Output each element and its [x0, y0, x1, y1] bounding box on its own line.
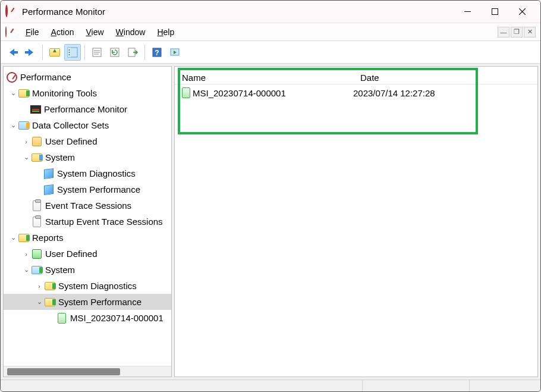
folder-icon	[18, 87, 30, 99]
mdi-minimize-button[interactable]: —	[498, 27, 509, 37]
collapse-icon[interactable]: ⌄	[21, 153, 31, 161]
svg-point-10	[69, 54, 70, 55]
collapse-icon[interactable]: ⌄	[34, 298, 44, 306]
row-date: 2023/07/14 12:27:28	[353, 88, 435, 98]
tree-label: Startup Event Trace Sessions	[45, 217, 163, 227]
mdi-close-button[interactable]: ✕	[524, 27, 536, 37]
tree-label: Performance Monitor	[44, 104, 127, 114]
menu-action[interactable]: Action	[45, 26, 80, 39]
col-date-header[interactable]: Date	[353, 73, 537, 83]
maximize-button[interactable]	[481, 1, 508, 23]
status-bar	[1, 380, 540, 392]
folder-icon	[31, 152, 43, 164]
collapse-icon[interactable]: ⌄	[8, 234, 18, 242]
content-panel: Name Date MSI_20230714-000001 2023/07/14…	[174, 66, 538, 377]
report-icon	[56, 312, 68, 324]
svg-text:?: ?	[155, 49, 159, 57]
status-segment	[1, 380, 362, 392]
forward-button[interactable]	[22, 44, 39, 61]
tree-label: System	[45, 265, 75, 275]
collapse-icon[interactable]: ⌄	[8, 89, 18, 97]
tree-dcs-sys-diagnostics[interactable]: System Diagnostics	[4, 165, 171, 181]
tree-label: Reports	[32, 233, 64, 243]
list-header: Name Date	[175, 67, 537, 84]
folder-icon	[31, 264, 43, 276]
tree-label: Event Trace Sessions	[45, 200, 131, 211]
list-row[interactable]: MSI_20230714-000001 2023/07/14 12:27:28	[175, 84, 537, 101]
svg-rect-4	[13, 51, 18, 54]
folder-icon	[44, 296, 56, 308]
col-name-header[interactable]: Name	[175, 73, 353, 83]
tree-reports-system[interactable]: ⌄ System	[4, 262, 171, 278]
tree-reports[interactable]: ⌄ Reports	[4, 230, 171, 246]
menu-window[interactable]: Window	[110, 26, 152, 39]
title-bar: Performance Monitor	[1, 1, 540, 23]
tree-label: Performance	[20, 72, 71, 82]
clipboard-icon	[31, 200, 43, 212]
navigation-tree[interactable]: Performance ⌄ Monitoring Tools Performan…	[4, 67, 171, 366]
toolbar-separator	[84, 45, 85, 60]
mdi-controls: — ❐ ✕	[498, 27, 536, 37]
tree-label: System Diagnostics	[58, 281, 137, 291]
refresh-button[interactable]	[106, 44, 123, 61]
user-icon	[31, 248, 43, 260]
svg-rect-5	[25, 51, 30, 54]
expand-icon[interactable]: ›	[21, 250, 31, 258]
help-button[interactable]: ?	[149, 44, 165, 61]
menu-bar: File Action View Window Help — ❐ ✕	[1, 23, 540, 41]
main-area: Performance ⌄ Monitoring Tools Performan…	[1, 64, 540, 380]
menu-help[interactable]: Help	[151, 26, 180, 39]
show-hide-tree-button[interactable]	[64, 44, 81, 61]
menu-file[interactable]: File	[20, 26, 45, 39]
export-button[interactable]	[124, 44, 141, 61]
tree-startup-event-trace[interactable]: Startup Event Trace Sessions	[4, 214, 171, 230]
window-title: Performance Monitor	[22, 7, 454, 17]
tree-dcs-system[interactable]: ⌄ System	[4, 149, 171, 165]
horizontal-scrollbar[interactable]	[4, 366, 171, 377]
tree-label: MSI_20230714-000001	[70, 313, 163, 323]
tree-dcs-user-defined[interactable]: › User Defined	[4, 133, 171, 149]
user-icon	[31, 136, 43, 148]
scrollbar-thumb[interactable]	[7, 368, 120, 375]
collapse-icon[interactable]: ⌄	[21, 266, 31, 274]
svg-rect-1	[492, 9, 498, 15]
row-name: MSI_20230714-000001	[193, 88, 353, 98]
status-segment	[469, 380, 540, 392]
cube-icon	[43, 184, 55, 196]
toolbar-separator	[42, 45, 43, 60]
properties-button[interactable]	[89, 44, 105, 61]
tree-performance-monitor[interactable]: Performance Monitor	[4, 101, 171, 117]
expand-icon[interactable]: ›	[21, 138, 31, 145]
tree-label: Data Collector Sets	[32, 120, 109, 130]
minimize-button[interactable]	[454, 1, 481, 23]
tree-label: System Diagnostics	[57, 168, 136, 178]
up-button[interactable]: ▲	[46, 44, 63, 61]
tree-label: User Defined	[45, 136, 97, 146]
folder-icon	[18, 120, 30, 131]
collapse-icon[interactable]: ⌄	[8, 121, 18, 129]
report-icon	[180, 87, 193, 98]
tree-label: System	[45, 152, 75, 162]
tree-event-trace-sessions[interactable]: Event Trace Sessions	[4, 197, 171, 214]
tree-data-collector-sets[interactable]: ⌄ Data Collector Sets	[4, 117, 171, 133]
clipboard-icon	[31, 216, 43, 228]
tree-root-performance[interactable]: Performance	[4, 69, 171, 85]
tree-report-item[interactable]: MSI_20230714-000001	[4, 310, 171, 326]
tree-reports-sys-diagnostics[interactable]: › System Diagnostics	[4, 278, 171, 294]
folder-icon	[44, 280, 56, 292]
tree-label: User Defined	[45, 249, 97, 259]
tree-reports-sys-performance[interactable]: ⌄ System Performance	[4, 294, 171, 310]
back-button[interactable]	[4, 44, 21, 61]
run-button[interactable]	[166, 44, 183, 61]
tree-monitoring-tools[interactable]: ⌄ Monitoring Tools	[4, 85, 171, 101]
status-segment	[362, 380, 469, 392]
tree-reports-user-defined[interactable]: › User Defined	[4, 246, 171, 262]
tree-dcs-sys-performance[interactable]: System Performance	[4, 181, 171, 197]
cube-icon	[43, 168, 55, 180]
menu-view[interactable]: View	[80, 26, 110, 39]
perf-root-icon	[6, 71, 18, 83]
svg-point-8	[69, 49, 70, 51]
close-button[interactable]	[508, 1, 536, 23]
expand-icon[interactable]: ›	[34, 283, 44, 290]
mdi-restore-button[interactable]: ❐	[511, 27, 523, 37]
